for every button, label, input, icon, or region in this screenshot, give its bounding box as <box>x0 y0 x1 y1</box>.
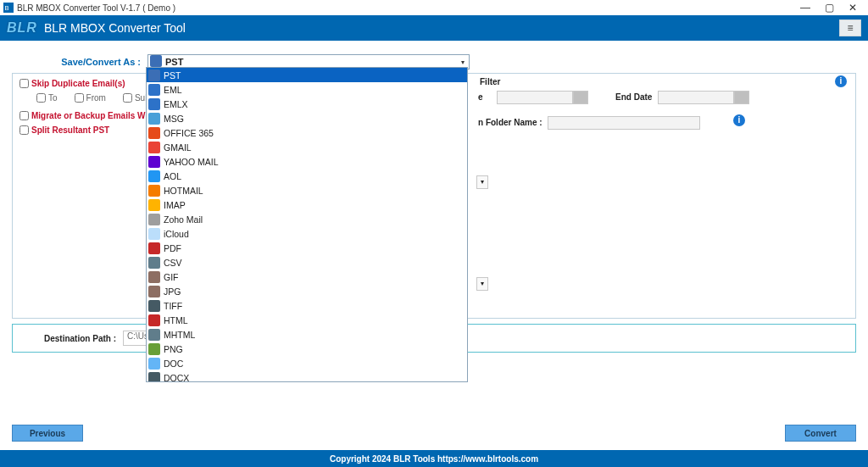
convert-button[interactable]: Convert <box>785 425 856 442</box>
format-option-docx[interactable]: DOCX <box>147 370 467 382</box>
mhtml-icon <box>148 329 160 341</box>
info-icon[interactable]: i <box>835 75 847 87</box>
start-date-input[interactable] <box>497 91 573 104</box>
format-option-gmail[interactable]: GMAIL <box>147 140 467 154</box>
close-button[interactable]: ✕ <box>841 2 865 14</box>
png-icon <box>148 343 160 355</box>
yahoo-mail-icon <box>148 156 160 168</box>
format-option-label: iCloud <box>164 229 189 239</box>
destination-label: Destination Path : <box>21 334 123 343</box>
end-date-picker-button[interactable] <box>734 91 749 104</box>
format-option-label: Zoho Mail <box>164 214 203 225</box>
hotmail-icon <box>148 185 160 197</box>
pdf-icon <box>148 242 160 254</box>
format-option-eml[interactable]: EML <box>147 82 467 97</box>
window-title: BLR MBOX Converter Tool V-1.7 ( Demo ) <box>17 3 175 13</box>
split-resultant-checkbox[interactable]: Split Resultant PST <box>19 125 109 135</box>
filter-header: Filter <box>480 77 500 86</box>
format-option-aol[interactable]: AOL <box>147 169 467 183</box>
format-option-label: DOCX <box>164 373 189 383</box>
doc-icon <box>148 358 160 370</box>
format-option-label: MHTML <box>164 330 195 340</box>
window-titlebar: B BLR MBOX Converter Tool V-1.7 ( Demo )… <box>0 0 868 15</box>
format-dropdown-list[interactable]: PSTEMLEMLXMSGOFFICE 365GMAILYAHOO MAILAO… <box>146 67 468 382</box>
office-365-icon <box>148 127 160 139</box>
format-option-label: PST <box>164 70 181 81</box>
zoho-mail-icon <box>148 214 160 225</box>
format-option-hotmail[interactable]: HOTMAIL <box>147 183 467 197</box>
emlx-icon <box>148 98 160 110</box>
format-option-icloud[interactable]: iCloud <box>147 226 467 241</box>
skip-duplicate-label: Skip Duplicate Email(s) <box>31 79 125 88</box>
format-option-yahoo-mail[interactable]: YAHOO MAIL <box>147 154 467 169</box>
format-option-jpg[interactable]: JPG <box>147 284 467 298</box>
app-icon: B <box>3 3 14 13</box>
format-option-label: AOL <box>164 171 181 181</box>
format-option-pst[interactable]: PST <box>147 68 467 82</box>
maximize-button[interactable]: ▢ <box>817 2 841 14</box>
start-date-label-partial: e <box>478 92 483 102</box>
split-label: Split Resultant PST <box>31 125 109 135</box>
app-logo: BLR <box>7 20 37 36</box>
imap-icon <box>148 199 160 211</box>
format-option-csv[interactable]: CSV <box>147 255 467 270</box>
start-date-picker-button[interactable] <box>573 91 588 104</box>
format-option-office-365[interactable]: OFFICE 365 <box>147 125 467 140</box>
svg-text:B: B <box>5 4 9 12</box>
jpg-icon <box>148 286 160 297</box>
html-icon <box>148 314 160 326</box>
aol-icon <box>148 170 160 182</box>
format-option-label: PDF <box>164 243 181 253</box>
end-date-label: End Date <box>615 92 652 102</box>
msg-icon <box>148 113 160 125</box>
docx-icon <box>148 372 160 383</box>
format-option-mhtml[interactable]: MHTML <box>147 327 467 342</box>
to-checkbox[interactable]: To <box>36 93 58 103</box>
format-option-label: PNG <box>164 344 183 354</box>
info-icon-folder[interactable]: i <box>733 114 745 126</box>
previous-button[interactable]: Previous <box>12 425 83 442</box>
format-option-pdf[interactable]: PDF <box>147 241 467 255</box>
from-label: From <box>86 93 106 103</box>
format-option-label: JPG <box>164 286 181 297</box>
gmail-icon <box>148 142 160 153</box>
format-option-imap[interactable]: IMAP <box>147 197 467 212</box>
to-label: To <box>48 93 58 103</box>
footer-bar: Copyright 2024 BLR Tools https://www.blr… <box>0 450 868 467</box>
format-option-label: GMAIL <box>164 142 192 153</box>
end-date-input[interactable] <box>658 91 734 104</box>
format-option-label: HTML <box>164 315 188 325</box>
format-option-label: MSG <box>164 114 184 124</box>
folder-name-input[interactable] <box>548 116 700 130</box>
format-option-label: TIFF <box>164 301 182 311</box>
save-as-label: Save/Convert As : <box>12 57 147 67</box>
collapsed-dropdown-caret-2[interactable]: ▾ <box>476 277 488 291</box>
folder-name-label-partial: n Folder Name : <box>478 118 542 127</box>
tiff-icon <box>148 300 160 312</box>
format-option-doc[interactable]: DOC <box>147 356 467 370</box>
format-option-png[interactable]: PNG <box>147 342 467 356</box>
format-option-label: CSV <box>164 258 182 268</box>
pst-icon <box>148 69 160 81</box>
format-option-msg[interactable]: MSG <box>147 111 467 125</box>
format-option-html[interactable]: HTML <box>147 313 467 327</box>
collapsed-dropdown-caret-1[interactable]: ▾ <box>476 175 488 189</box>
format-option-label: YAHOO MAIL <box>164 157 219 167</box>
chevron-down-icon: ▾ <box>457 58 469 66</box>
pst-icon <box>150 55 162 67</box>
format-option-label: GIF <box>164 272 179 282</box>
minimize-button[interactable]: — <box>793 2 817 14</box>
format-option-label: EML <box>164 85 182 95</box>
csv-icon <box>148 257 160 269</box>
skip-duplicate-checkbox[interactable]: Skip Duplicate Email(s) <box>19 79 125 88</box>
format-option-tiff[interactable]: TIFF <box>147 298 467 313</box>
format-option-emlx[interactable]: EMLX <box>147 97 467 111</box>
format-option-label: OFFICE 365 <box>164 128 214 138</box>
from-checkbox[interactable]: From <box>75 93 106 103</box>
eml-icon <box>148 84 160 96</box>
format-option-zoho-mail[interactable]: Zoho Mail <box>147 212 467 226</box>
format-option-label: HOTMAIL <box>164 186 203 196</box>
format-option-label: IMAP <box>164 200 186 210</box>
hamburger-menu-button[interactable]: ≡ <box>839 19 861 36</box>
format-option-gif[interactable]: GIF <box>147 270 467 284</box>
